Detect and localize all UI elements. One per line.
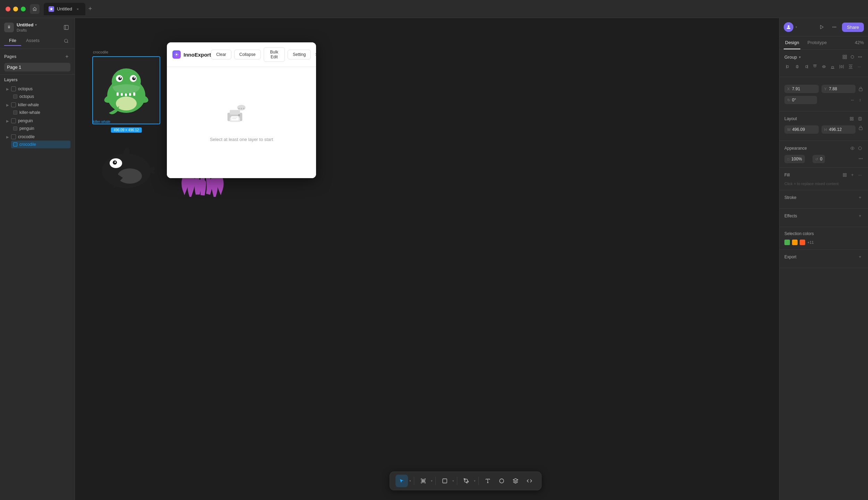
modal-actions: Clear Collapse Bulk Edit Setting × [211,47,316,62]
align-bottom-btn[interactable] [829,63,836,70]
align-right-btn[interactable] [802,63,810,70]
swatch-red[interactable] [800,240,805,245]
add-page-button[interactable]: + [63,53,70,60]
distribute-h-btn[interactable] [838,63,845,70]
right-top-right: Share [817,22,864,32]
code-tool-btn[interactable] [523,475,536,487]
tab-close-button[interactable]: × [75,6,80,12]
layer-item-crocodile[interactable]: crocodile [11,141,70,148]
layer-group-penguin: ▶ penguin penguin [4,117,70,132]
assets-tab[interactable]: Assets [21,36,44,46]
tab-untitled[interactable]: Untitled × [44,3,85,15]
component-tool-btn[interactable] [509,475,522,487]
setting-button[interactable]: Setting [288,50,311,59]
layout-title: Layout [784,116,797,121]
new-tab-button[interactable]: + [85,4,95,14]
y-input[interactable]: Y 7.88 [822,85,856,93]
x-label: X [787,87,791,91]
fill-grid-btn[interactable] [842,172,848,178]
selection-colors-title: Selection colors [784,231,814,236]
align-top-btn[interactable] [811,63,819,70]
figma-icon[interactable] [4,23,14,32]
lock-ratio-btn[interactable] [858,85,863,93]
visibility-btn[interactable] [849,145,856,151]
align-dist-btn[interactable] [849,54,856,60]
align-center-v-btn[interactable] [820,63,828,70]
prototype-tab[interactable]: Prototype [806,36,828,49]
svg-point-69 [851,56,854,58]
flip-h-btn[interactable]: ↔ [849,97,856,103]
layout-grid-btn[interactable] [849,116,855,122]
titlebar: Untitled × + [0,0,868,18]
svg-rect-7 [117,92,119,96]
swatch-orange[interactable] [792,240,798,245]
play-icon-btn[interactable] [817,22,827,32]
modal-close-button[interactable]: × [314,50,316,59]
stroke-add-btn[interactable]: + [857,194,863,201]
clear-button[interactable]: Clear [211,50,231,59]
mask-btn[interactable] [857,145,863,151]
text-tool-btn[interactable] [482,475,494,487]
collapse-button[interactable]: Collapse [234,50,261,59]
layer-group-header-octopus[interactable]: ▶ octopus [4,85,70,93]
maximize-dot[interactable] [21,7,26,11]
opacity-input[interactable]: □ 100% [784,155,805,163]
layer-group-header-killer-whale[interactable]: ▶ killer-whale [4,101,70,109]
align-grid-btn[interactable] [842,54,848,60]
minimize-dot[interactable] [13,7,18,11]
search-icon-btn[interactable] [62,37,70,45]
export-add-btn[interactable]: + [857,254,863,260]
h-input[interactable]: H 496.12 [822,125,856,134]
canvas-animal-killer-whale[interactable] [92,133,160,201]
w-label: W [787,127,791,132]
avatar-button[interactable] [784,22,793,32]
x-input[interactable]: X 7.91 [784,85,819,93]
layers-header: Layers [4,77,70,82]
layer-group-crocodile: ▶ crocodile crocodile [4,133,70,148]
select-tool-btn[interactable] [395,475,408,487]
ellipse-tool-btn[interactable] [495,475,508,487]
layer-item-killer-whale[interactable]: killer-whale [11,109,70,116]
bulk-edit-button[interactable]: Bulk Edit [264,47,285,62]
svg-rect-67 [843,57,844,59]
opacity-value: 100% [791,157,802,161]
svg-point-60 [788,25,789,27]
layer-item-octopus[interactable]: octopus [11,93,70,100]
align-more-btn[interactable] [857,54,863,60]
fill-add-btn[interactable]: + [849,172,856,178]
fill-more-btn[interactable]: ··· [857,172,863,178]
align-left-btn[interactable] [784,63,792,70]
w-input[interactable]: W 496.09 [784,125,819,134]
frame-tool-btn[interactable] [417,475,429,487]
file-tab[interactable]: File [4,36,21,46]
canvas-animal-crocodile[interactable] [92,56,160,124]
effects-add-btn[interactable]: + [857,213,863,219]
layer-group-header-crocodile[interactable]: ▶ crocodile [4,133,70,141]
home-button[interactable] [30,4,40,14]
rotation-input[interactable]: ↻ 0° [784,96,817,104]
more-align-btn[interactable]: ··· [856,63,863,70]
page-item-1[interactable]: Page 1 [4,63,70,72]
svg-rect-105 [843,175,845,177]
swatch-green[interactable] [784,240,790,245]
shape-tool-btn[interactable] [439,475,451,487]
more-options-btn[interactable] [829,22,839,32]
blend-input[interactable]: ↺ 0 [812,155,825,163]
distribute-v-btn[interactable] [847,63,854,70]
flip-v-btn[interactable]: ↕ [857,97,863,103]
layer-group-header-penguin[interactable]: ▶ penguin [4,117,70,125]
constrain-ratio-btn[interactable] [858,125,863,134]
svg-rect-93 [850,119,852,120]
layout-col-btn[interactable] [857,116,863,122]
sidebar-toggle-btn[interactable] [62,23,70,32]
pen-tool-btn[interactable] [460,475,473,487]
close-dot[interactable] [6,7,10,11]
project-subtitle: Drafts [17,28,37,32]
tab-icon [49,6,54,12]
share-button[interactable]: Share [842,23,864,32]
more-appearance-btn[interactable] [858,156,863,162]
layer-item-penguin[interactable]: penguin [11,125,70,132]
align-center-h-btn[interactable] [793,63,801,70]
design-tab[interactable]: Design [784,36,800,49]
export-title: Export [784,255,797,259]
